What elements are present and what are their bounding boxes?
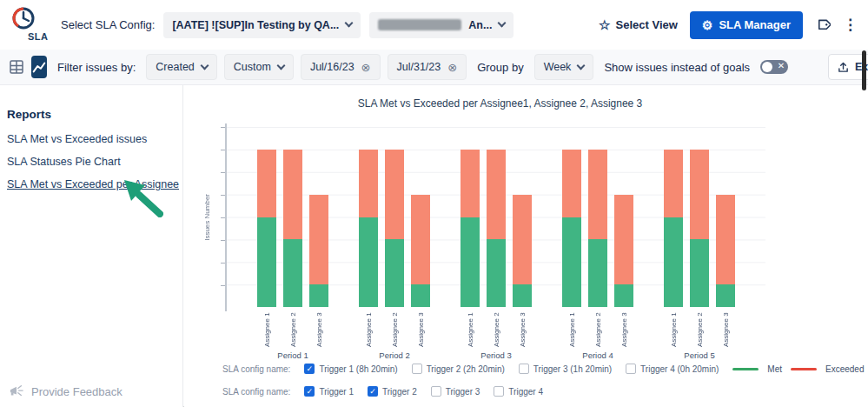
exceeded-segment[interactable] xyxy=(461,150,480,217)
trigger-checkbox-item[interactable]: Trigger 2 (2h 20min) xyxy=(412,364,505,374)
show-issues-toggle[interactable]: ✕ xyxy=(760,60,788,74)
select-view-button[interactable]: ☆ Select View xyxy=(599,18,678,31)
bar-stack[interactable] xyxy=(614,127,633,307)
trigger-checkbox-item[interactable]: ✓Trigger 2 xyxy=(368,386,417,397)
bar-stack[interactable] xyxy=(385,127,404,307)
exceeded-segment[interactable] xyxy=(359,150,378,217)
met-segment[interactable] xyxy=(513,284,532,307)
met-segment[interactable] xyxy=(461,217,480,308)
bar-x-label: Assignee 1 xyxy=(664,310,683,347)
y-axis-label-wrap: Issues Number xyxy=(203,127,211,307)
trigger-checkbox-item[interactable]: ✓Trigger 1 xyxy=(304,386,354,397)
met-segment[interactable] xyxy=(588,239,607,307)
checkbox-checked-icon[interactable]: ✓ xyxy=(368,386,378,397)
checkbox-unchecked-icon[interactable] xyxy=(494,386,504,397)
bar-stack[interactable] xyxy=(257,127,276,307)
checkbox-checked-icon[interactable]: ✓ xyxy=(304,386,315,397)
met-segment[interactable] xyxy=(283,239,302,307)
checkbox-unchecked-icon[interactable] xyxy=(431,386,441,397)
met-segment[interactable] xyxy=(690,239,709,307)
trigger-checkbox-item[interactable]: Trigger 4 (0h 20min) xyxy=(626,364,719,374)
sidebar-item-met-vs-exceeded-issues[interactable]: SLA Met vs Exceeded issues xyxy=(7,133,176,145)
met-segment[interactable] xyxy=(487,239,506,307)
met-segment[interactable] xyxy=(309,284,328,307)
trigger-checkbox-item[interactable]: Trigger 3 (1h 20min) xyxy=(519,364,612,374)
exceeded-segment[interactable] xyxy=(309,195,328,285)
bar-stack[interactable] xyxy=(562,127,581,307)
sidebar-item-statuses-pie-chart[interactable]: SLA Statuses Pie Chart xyxy=(7,156,176,168)
exceeded-segment[interactable] xyxy=(614,195,633,285)
secondary-config-dropdown[interactable]: An... xyxy=(369,12,514,38)
date-to-value: Jul/31/23 xyxy=(397,61,441,73)
exceeded-segment[interactable] xyxy=(588,150,607,240)
bar-group: Assignee 1Assignee 2Assignee 3Period 1 xyxy=(257,127,328,307)
top-right-actions: ☆ Select View ⚙ SLA Manager ⋮ xyxy=(599,11,858,39)
tag-button[interactable] xyxy=(815,17,831,33)
bar-stack[interactable] xyxy=(487,127,506,307)
met-segment[interactable] xyxy=(614,284,633,307)
chart-view-button[interactable] xyxy=(31,56,47,78)
exceeded-segment[interactable] xyxy=(690,150,709,240)
bar-stack[interactable] xyxy=(461,127,480,307)
bar-stack[interactable] xyxy=(588,127,607,307)
provide-feedback-button[interactable]: Provide Feedback xyxy=(9,384,123,398)
annotation-arrow xyxy=(118,176,163,217)
exceeded-segment[interactable] xyxy=(283,150,302,240)
sla-manager-button[interactable]: ⚙ SLA Manager xyxy=(690,11,803,39)
filter-toolbar: Filter issues by: Created Custom Jul/16/… xyxy=(0,50,868,85)
trigger-checkbox-item[interactable]: ✓Trigger 1 (8h 20min) xyxy=(304,364,397,374)
bar-stack[interactable] xyxy=(411,127,430,307)
exceeded-segment[interactable] xyxy=(411,195,430,285)
bar-stack[interactable] xyxy=(513,127,532,307)
bar-stack[interactable] xyxy=(716,127,735,307)
grid-view-button[interactable] xyxy=(9,56,24,78)
bar-x-label: Assignee 3 xyxy=(513,310,532,347)
assignee-labels: Assignee 1Assignee 2Assignee 3 xyxy=(257,310,328,347)
exceeded-segment[interactable] xyxy=(385,150,404,240)
trigger-checkbox-item[interactable]: Trigger 3 xyxy=(431,386,480,397)
bar-x-label: Assignee 3 xyxy=(716,310,735,347)
bar-stack[interactable] xyxy=(309,127,328,307)
bar-stack[interactable] xyxy=(690,127,709,307)
trigger-label: Trigger 1 (8h 20min) xyxy=(319,364,397,374)
exceeded-segment[interactable] xyxy=(664,150,683,217)
created-dropdown[interactable]: Created xyxy=(146,54,216,80)
date-to-field[interactable]: Jul/31/23 ⊗ xyxy=(388,54,467,80)
exceeded-segment[interactable] xyxy=(257,150,276,217)
checkbox-unchecked-icon[interactable] xyxy=(519,364,529,374)
exceeded-segment[interactable] xyxy=(513,195,532,285)
met-segment[interactable] xyxy=(716,284,735,307)
sla-config-dropdown[interactable]: [AATE] ![SUP]In Testing by QA... xyxy=(163,12,361,38)
checkbox-checked-icon[interactable]: ✓ xyxy=(304,364,315,374)
trigger-label: Trigger 3 xyxy=(446,387,480,397)
scrollbar-thumb[interactable] xyxy=(862,50,866,90)
trigger-checkbox-item[interactable]: Trigger 4 xyxy=(494,386,543,397)
bar-group: Assignee 1Assignee 2Assignee 3Period 5 xyxy=(664,127,735,307)
checkbox-unchecked-icon[interactable] xyxy=(412,364,422,374)
date-from-field[interactable]: Jul/16/23 ⊗ xyxy=(301,54,381,80)
bar-stack[interactable] xyxy=(664,127,683,307)
met-segment[interactable] xyxy=(257,217,276,308)
met-line xyxy=(732,368,759,370)
met-segment[interactable] xyxy=(385,239,404,307)
custom-range-dropdown[interactable]: Custom xyxy=(224,54,294,80)
checkbox-unchecked-icon[interactable] xyxy=(626,364,636,374)
met-segment[interactable] xyxy=(562,217,581,308)
group-by-dropdown[interactable]: Week xyxy=(534,54,594,80)
exceeded-segment[interactable] xyxy=(487,150,506,240)
met-segment[interactable] xyxy=(359,217,378,308)
bar-group: Assignee 1Assignee 2Assignee 3Period 2 xyxy=(359,127,430,307)
period-label: Period 4 xyxy=(582,350,613,360)
bar-stack[interactable] xyxy=(359,127,378,307)
exceeded-segment[interactable] xyxy=(562,150,581,217)
assignee-labels: Assignee 1Assignee 2Assignee 3 xyxy=(664,310,735,347)
clear-date-icon[interactable]: ⊗ xyxy=(361,62,371,73)
met-segment[interactable] xyxy=(411,284,430,307)
exceeded-segment[interactable] xyxy=(716,195,735,285)
more-options-button[interactable]: ⋮ xyxy=(843,16,858,34)
met-segment[interactable] xyxy=(664,217,683,308)
legend-row-1: SLA config name: ✓Trigger 1 (8h 20min)Tr… xyxy=(222,364,753,374)
clear-date-icon[interactable]: ⊗ xyxy=(447,62,457,73)
bar-stack[interactable] xyxy=(283,127,302,307)
chevron-down-icon xyxy=(200,61,209,70)
